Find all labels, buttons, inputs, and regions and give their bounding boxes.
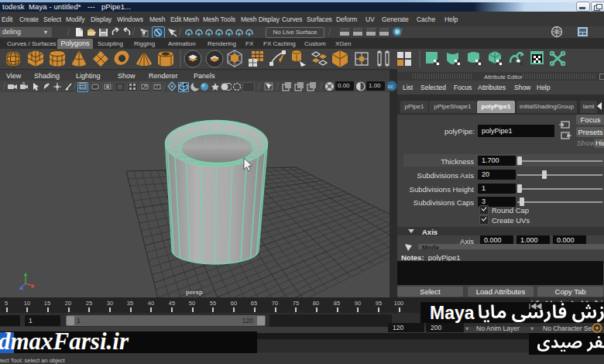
svg-text:cc: cc	[388, 84, 394, 89]
svg-text:T: T	[156, 84, 159, 89]
